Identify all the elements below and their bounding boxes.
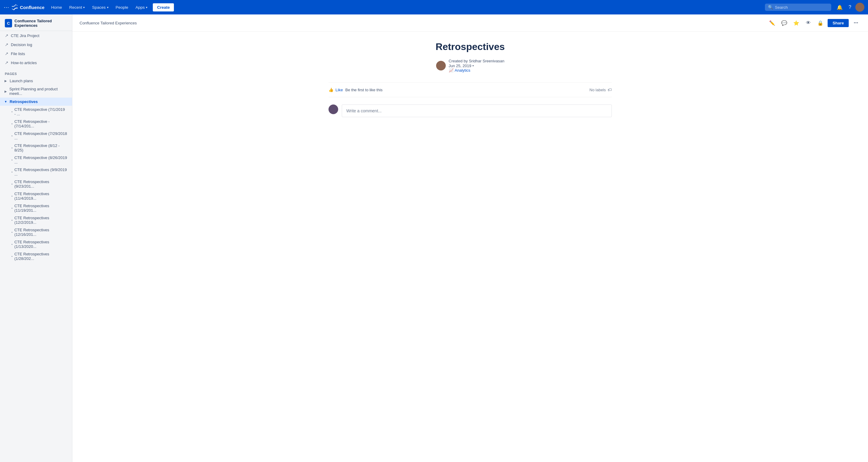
more-options-button[interactable]: ··· <box>851 18 861 28</box>
comment-placeholder: Write a comment... <box>346 108 381 113</box>
like-subtext: Be the first to like this <box>345 88 383 92</box>
chart-icon: 📈 <box>449 68 454 73</box>
nav-apps[interactable]: Apps ▾ <box>133 0 151 14</box>
page-title: Retrospectives <box>329 41 612 53</box>
external-link-icon-4: ↗ <box>5 60 8 65</box>
sidebar-nav-howto[interactable]: ↗ How-to articles <box>0 58 72 67</box>
grid-icon[interactable]: ⋯ <box>4 4 9 10</box>
label-tag-icon: 🏷 <box>608 87 612 92</box>
star-button[interactable]: ⭐ <box>792 18 801 28</box>
workspace-icon: C <box>5 19 12 27</box>
bullet-icon: ● <box>11 231 13 233</box>
bullet-icon: ● <box>11 147 13 149</box>
search-icon: 🔍 <box>768 5 773 10</box>
sidebar-child-retro-12[interactable]: ● CTE Retrospectives (1/13/2020... <box>0 238 72 250</box>
analytics-link[interactable]: 📈 Analytics <box>449 68 504 73</box>
sidebar-nav-decision-log[interactable]: ↗ Decision log <box>0 40 72 49</box>
sidebar-child-retro-5[interactable]: ● CTE Retrospective (8/26/2019 ... <box>0 154 72 166</box>
page-meta: Created by Sridhar Sreenivasan Jun 25, 2… <box>329 59 612 73</box>
apps-caret: ▾ <box>146 6 147 9</box>
sidebar-child-retro-10[interactable]: ● CTE Retrospectives (12/2/2019... <box>0 214 72 226</box>
edit-button[interactable]: ✏️ <box>767 18 777 28</box>
caret-right-icon: ▶ <box>4 79 8 82</box>
nav-home[interactable]: Home <box>48 0 65 14</box>
bullet-icon: ● <box>11 255 13 257</box>
workspace-name: Confluence Tailored Experiences <box>14 19 67 28</box>
external-link-icon-2: ↗ <box>5 42 8 47</box>
nav-spaces[interactable]: Spaces ▾ <box>89 0 111 14</box>
sidebar-child-retro-3[interactable]: ● CTE Retrospective (7/29/2018 ... <box>0 130 72 142</box>
confluence-logo[interactable]: Confluence <box>11 4 44 10</box>
bullet-icon: ● <box>11 243 13 245</box>
sidebar-child-retro-1[interactable]: ● CTE Retrospective (7/1/2019 - ... <box>0 106 72 118</box>
bullet-icon: ● <box>11 135 13 137</box>
sidebar-child-retro-7[interactable]: ● CTE Retrospectives (9/23/201... <box>0 178 72 190</box>
meta-dot-separator: • <box>472 64 474 68</box>
bullet-icon: ● <box>11 207 13 209</box>
bullet-icon: ● <box>11 219 13 221</box>
sidebar-nav-file-lists[interactable]: ↗ File lists <box>0 49 72 58</box>
meta-date: Jun 25, 2019 <box>449 64 471 68</box>
sidebar-child-retro-9[interactable]: ● CTE Retrospectives (11/19/201... <box>0 202 72 214</box>
share-button[interactable]: Share <box>828 19 849 27</box>
thumbs-up-icon: 👍 <box>329 87 334 92</box>
sidebar-nav-jira[interactable]: ↗ CTE Jira Project <box>0 31 72 40</box>
external-link-icon-3: ↗ <box>5 51 8 56</box>
logo-text: Confluence <box>20 5 44 10</box>
recent-caret: ▾ <box>83 6 85 9</box>
breadcrumb: Confluence Tailored Experiences <box>80 21 137 25</box>
help-button[interactable]: ? <box>845 2 855 12</box>
create-button[interactable]: Create <box>153 3 174 11</box>
comment-button[interactable]: 💬 <box>779 18 789 28</box>
sidebar-child-retro-4[interactable]: ● CTE Retrospective (8/12 - 8/25) <box>0 142 72 154</box>
content-actions: ✏️ 💬 ⭐ 👁 🔒 Share ··· <box>767 18 861 28</box>
spaces-caret: ▾ <box>107 6 108 9</box>
comment-input-box[interactable]: Write a comment... <box>342 104 612 117</box>
pages-section-label: PAGES <box>0 67 72 77</box>
watch-button[interactable]: 👁 <box>804 18 813 28</box>
meta-created-by: Created by Sridhar Sreenivasan <box>449 59 504 63</box>
restrict-button[interactable]: 🔒 <box>815 18 825 28</box>
sidebar-workspace: C Confluence Tailored Experiences <box>0 14 72 31</box>
bullet-icon: ● <box>11 111 13 113</box>
comment-section: Write a comment... <box>329 104 612 117</box>
page-body: Retrospectives Created by Sridhar Sreeni… <box>304 32 636 127</box>
caret-down-icon: ▼ <box>4 100 8 103</box>
nav-recent[interactable]: Recent ▾ <box>66 0 88 14</box>
commenter-avatar <box>329 104 338 114</box>
sidebar-child-retro-13[interactable]: ● CTE Retrospectives (1/28/202... <box>0 250 72 262</box>
external-link-icon: ↗ <box>5 33 8 38</box>
sidebar-tree-retrospectives[interactable]: ▼ Retrospectives <box>0 98 72 106</box>
caret-right-icon-2: ▶ <box>4 90 7 93</box>
no-labels-text: No labels <box>590 88 606 92</box>
nav-people[interactable]: People <box>113 0 131 14</box>
user-avatar[interactable] <box>855 3 864 12</box>
labels-area: No labels 🏷 <box>590 87 612 92</box>
notifications-button[interactable]: 🔔 <box>835 2 844 12</box>
author-avatar <box>436 61 446 70</box>
bullet-icon: ● <box>11 159 13 161</box>
sidebar-child-retro-11[interactable]: ● CTE Retrospectives (12/16/201... <box>0 226 72 238</box>
sidebar-child-retro-6[interactable]: ● CTE Retrospectives (9/9/2019 ... <box>0 166 72 178</box>
like-button[interactable]: 👍 Like <box>329 87 343 92</box>
bullet-icon: ● <box>11 183 13 185</box>
sidebar-child-retro-8[interactable]: ● CTE Retrospectives (11/4/2019... <box>0 190 72 202</box>
content-header: Confluence Tailored Experiences ✏️ 💬 ⭐ 👁… <box>72 14 868 32</box>
sidebar-tree-sprint-planning[interactable]: ▶ Sprint Planning and product meeti... <box>0 85 72 98</box>
search-bar[interactable]: 🔍 <box>765 4 831 11</box>
bullet-icon: ● <box>11 195 13 197</box>
bullet-icon: ● <box>11 171 13 173</box>
search-input[interactable] <box>775 5 828 10</box>
like-section: 👍 Like Be the first to like this No labe… <box>329 82 612 97</box>
sidebar: C Confluence Tailored Experiences ↗ CTE … <box>0 14 72 462</box>
sidebar-tree-launch-plans[interactable]: ▶ Launch plans <box>0 77 72 85</box>
sidebar-child-retro-2[interactable]: ● CTE Retrospective - (7/14/201... <box>0 118 72 130</box>
main-content: Confluence Tailored Experiences ✏️ 💬 ⭐ 👁… <box>72 14 868 462</box>
bullet-icon: ● <box>11 123 13 125</box>
